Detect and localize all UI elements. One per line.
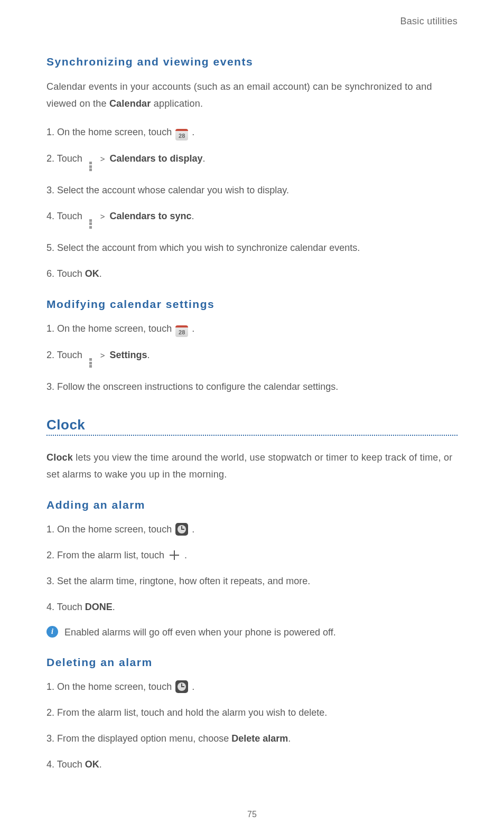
calendar-icon: 28: [175, 325, 188, 337]
step-suffix: .: [192, 211, 194, 221]
step-suffix: .: [192, 681, 194, 692]
chevron-right-text: >: [100, 212, 105, 221]
step-text: 1. On the home screen, touch: [46, 127, 174, 137]
step-bold: DONE: [85, 602, 113, 612]
step-text: 2. Touch: [46, 153, 85, 164]
del-step-1: 1. On the home screen, touch .: [46, 679, 458, 695]
info-text: Enabled alarms will go off even when you…: [64, 625, 336, 640]
step-text: 4. Touch: [46, 211, 85, 221]
step-suffix: .: [99, 759, 102, 770]
step-suffix: .: [184, 550, 187, 560]
clock-icon: [175, 680, 188, 693]
clock-intro-rest: lets you view the time around the world,…: [46, 452, 452, 480]
sync-step-6: 6. Touch OK.: [46, 266, 458, 282]
step-suffix: .: [113, 602, 115, 612]
step-bold: Calendars to display: [110, 153, 203, 164]
delete-alarm-section: Deleting an alarm 1. On the home screen,…: [46, 656, 458, 772]
step-bold: Calendars to sync: [110, 211, 192, 221]
step-text: 2. From the alarm list, touch: [46, 550, 167, 560]
step-text: 3. From the displayed option menu, choos…: [46, 733, 231, 744]
dotted-divider: [46, 435, 458, 436]
del-step-4: 4. Touch OK.: [46, 757, 458, 772]
add-step-3: 3. Set the alarm time, ringtone, how oft…: [46, 574, 458, 589]
add-alarm-heading: Adding an alarm: [46, 499, 458, 511]
step-bold: OK: [85, 759, 99, 770]
sync-step-4: 4. Touch > Calendars to sync.: [46, 209, 458, 230]
step-suffix: .: [192, 524, 194, 535]
overflow-menu-icon: [88, 357, 94, 369]
sync-events-section: Synchronizing and viewing events Calenda…: [46, 55, 458, 281]
step-suffix: .: [192, 127, 194, 137]
add-step-4: 4. Touch DONE.: [46, 600, 458, 615]
delete-alarm-heading: Deleting an alarm: [46, 656, 458, 669]
sync-intro-prefix: Calendar events in your accounts (such a…: [46, 81, 432, 109]
step-text: 2. Touch: [46, 350, 85, 360]
chapter-title: Basic utilities: [46, 16, 458, 27]
add-step-1: 1. On the home screen, touch .: [46, 522, 458, 537]
sync-step-3: 3. Select the account whose calendar you…: [46, 183, 458, 198]
sync-heading: Synchronizing and viewing events: [46, 55, 458, 68]
del-step-2: 2. From the alarm list, touch and hold t…: [46, 705, 458, 720]
modify-step-2: 2. Touch > Settings.: [46, 348, 458, 369]
clock-icon: [175, 523, 188, 536]
info-note: i Enabled alarms will go off even when y…: [46, 625, 458, 640]
page-number: 75: [0, 810, 504, 819]
modify-step-1: 1. On the home screen, touch 28 .: [46, 321, 458, 337]
sync-intro: Calendar events in your accounts (such a…: [46, 79, 458, 112]
add-step-2: 2. From the alarm list, touch .: [46, 548, 458, 563]
step-text: 1. On the home screen, touch: [46, 524, 174, 535]
chevron-right-text: >: [100, 154, 105, 163]
plus-icon: [169, 550, 180, 560]
clock-intro: Clock lets you view the time around the …: [46, 450, 458, 483]
step-bold: Settings: [110, 350, 147, 360]
sync-intro-bold: Calendar: [109, 98, 151, 109]
step-suffix: .: [192, 323, 194, 334]
modify-settings-section: Modifying calendar settings 1. On the ho…: [46, 298, 458, 395]
clock-intro-bold: Clock: [46, 452, 73, 463]
info-icon: i: [46, 626, 58, 638]
modify-step-3: 3. Follow the onscreen instructions to c…: [46, 379, 458, 395]
step-text: 4. Touch: [46, 759, 85, 770]
del-step-3: 3. From the displayed option menu, choos…: [46, 731, 458, 746]
modify-heading: Modifying calendar settings: [46, 298, 458, 311]
step-bold: OK: [85, 268, 99, 279]
add-alarm-section: Adding an alarm 1. On the home screen, t…: [46, 499, 458, 640]
step-bold: Delete alarm: [231, 733, 288, 744]
step-suffix: .: [99, 268, 102, 279]
step-suffix: .: [288, 733, 291, 744]
step-text: 1. On the home screen, touch: [46, 323, 174, 334]
step-suffix: .: [147, 350, 150, 360]
overflow-menu-icon: [88, 218, 94, 230]
sync-step-5: 5. Select the account from which you wis…: [46, 240, 458, 256]
step-text: 1. On the home screen, touch: [46, 681, 174, 692]
clock-title: Clock: [46, 417, 458, 433]
step-text: 6. Touch: [46, 268, 85, 279]
step-suffix: .: [203, 153, 206, 164]
calendar-icon: 28: [175, 129, 188, 141]
sync-step-1: 1. On the home screen, touch 28 .: [46, 125, 458, 141]
sync-intro-suffix: application.: [151, 98, 203, 109]
step-text: 4. Touch: [46, 602, 85, 612]
overflow-menu-icon: [88, 161, 94, 172]
chevron-right-text: >: [100, 351, 105, 360]
sync-step-2: 2. Touch > Calendars to display.: [46, 151, 458, 172]
